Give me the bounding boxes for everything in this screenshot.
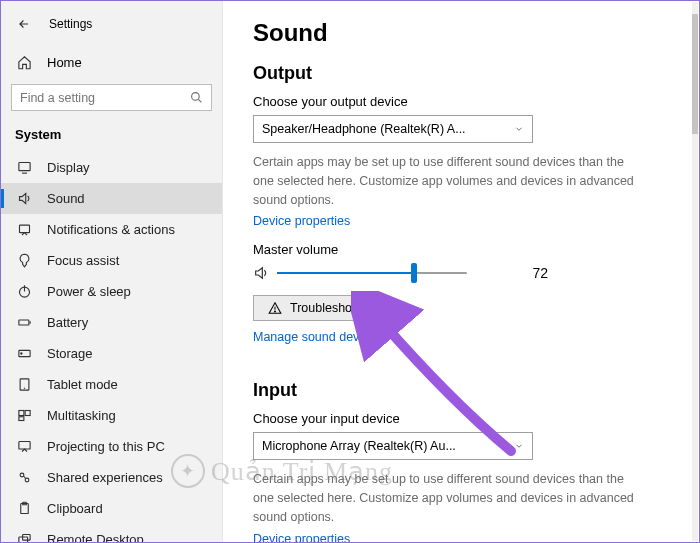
- sidebar-item-display[interactable]: Display: [1, 152, 222, 183]
- sidebar-item-label: Multitasking: [47, 408, 116, 423]
- input-device-value: Microphone Array (Realtek(R) Au...: [262, 439, 456, 453]
- clipboard-icon: [15, 501, 33, 516]
- power-icon: [15, 284, 33, 299]
- sidebar-item-label: Remote Desktop: [47, 532, 144, 542]
- battery-icon: [15, 315, 33, 330]
- warning-icon: [268, 301, 282, 315]
- page-title: Sound: [253, 19, 675, 47]
- svg-rect-16: [18, 442, 29, 450]
- master-volume-label: Master volume: [253, 242, 675, 257]
- storage-icon: [15, 346, 33, 361]
- back-button[interactable]: [11, 11, 37, 37]
- remote-desktop-icon: [15, 532, 33, 542]
- master-volume-row: 72: [253, 263, 558, 283]
- svg-rect-4: [19, 225, 29, 233]
- output-device-select[interactable]: Speaker/Headphone (Realtek(R) A...: [253, 115, 533, 143]
- sidebar: Settings Home System Display Sound: [1, 1, 223, 542]
- svg-rect-7: [18, 320, 28, 325]
- output-choose-label: Choose your output device: [253, 94, 675, 109]
- tablet-icon: [15, 377, 33, 392]
- back-arrow-icon: [17, 17, 31, 31]
- output-description: Certain apps may be set up to use differ…: [253, 153, 643, 209]
- multitasking-icon: [15, 408, 33, 423]
- sidebar-item-label: Projecting to this PC: [47, 439, 165, 454]
- sidebar-item-storage[interactable]: Storage: [1, 338, 222, 369]
- svg-point-10: [20, 353, 21, 354]
- speaker-icon: [253, 265, 269, 281]
- sidebar-item-label: Display: [47, 160, 90, 175]
- output-device-value: Speaker/Headphone (Realtek(R) A...: [262, 122, 466, 136]
- sidebar-item-sound[interactable]: Sound: [1, 183, 222, 214]
- sidebar-nav: Display Sound Notifications & actions Fo…: [1, 152, 222, 542]
- home-label: Home: [47, 55, 82, 70]
- input-device-select[interactable]: Microphone Array (Realtek(R) Au...: [253, 432, 533, 460]
- app-title: Settings: [49, 17, 92, 31]
- svg-rect-2: [18, 163, 29, 171]
- input-device-properties-link[interactable]: Device properties: [253, 532, 350, 543]
- search-box[interactable]: [11, 84, 212, 111]
- projecting-icon: [15, 439, 33, 454]
- sidebar-item-focus-assist[interactable]: Focus assist: [1, 245, 222, 276]
- svg-point-0: [192, 93, 200, 101]
- sidebar-item-remote-desktop[interactable]: Remote Desktop: [1, 524, 222, 542]
- sidebar-item-label: Tablet mode: [47, 377, 118, 392]
- sidebar-item-multitasking[interactable]: Multitasking: [1, 400, 222, 431]
- chevron-down-icon: [514, 124, 524, 134]
- svg-point-17: [20, 473, 24, 477]
- main-content: Sound Output Choose your output device S…: [223, 1, 699, 542]
- master-volume-slider[interactable]: [277, 263, 467, 283]
- sound-icon: [15, 191, 33, 206]
- input-choose-label: Choose your input device: [253, 411, 675, 426]
- search-icon: [190, 91, 203, 104]
- sidebar-item-label: Power & sleep: [47, 284, 131, 299]
- sidebar-header: Settings: [1, 7, 222, 47]
- master-volume-value: 72: [532, 265, 558, 281]
- svg-line-1: [198, 99, 201, 102]
- vertical-scrollbar[interactable]: [692, 2, 698, 541]
- sidebar-item-label: Shared experiences: [47, 470, 163, 485]
- troubleshoot-label: Troubleshoot: [290, 301, 363, 315]
- svg-point-24: [275, 311, 276, 312]
- home-icon: [15, 55, 33, 70]
- focus-assist-icon: [15, 253, 33, 268]
- sidebar-group-label: System: [1, 121, 222, 152]
- settings-app: Settings Home System Display Sound: [1, 1, 699, 542]
- svg-rect-13: [18, 411, 23, 416]
- notifications-icon: [15, 222, 33, 237]
- input-heading: Input: [253, 380, 675, 401]
- search-input[interactable]: [20, 91, 190, 105]
- svg-rect-15: [18, 417, 23, 421]
- input-description: Certain apps may be set up to use differ…: [253, 470, 643, 526]
- sidebar-item-tablet-mode[interactable]: Tablet mode: [1, 369, 222, 400]
- output-device-properties-link[interactable]: Device properties: [253, 214, 350, 228]
- chevron-down-icon: [514, 441, 524, 451]
- sidebar-item-notifications[interactable]: Notifications & actions: [1, 214, 222, 245]
- svg-rect-14: [25, 411, 30, 416]
- sidebar-item-label: Storage: [47, 346, 93, 361]
- sidebar-item-label: Clipboard: [47, 501, 103, 516]
- shared-icon: [15, 470, 33, 485]
- svg-rect-21: [18, 537, 27, 542]
- sidebar-item-clipboard[interactable]: Clipboard: [1, 493, 222, 524]
- sidebar-item-label: Sound: [47, 191, 85, 206]
- home-nav[interactable]: Home: [1, 47, 222, 78]
- sidebar-item-battery[interactable]: Battery: [1, 307, 222, 338]
- output-heading: Output: [253, 63, 675, 84]
- sidebar-item-projecting[interactable]: Projecting to this PC: [1, 431, 222, 462]
- sidebar-item-power-sleep[interactable]: Power & sleep: [1, 276, 222, 307]
- sidebar-item-label: Focus assist: [47, 253, 119, 268]
- display-icon: [15, 160, 33, 175]
- sidebar-item-shared-experiences[interactable]: Shared experiences: [1, 462, 222, 493]
- manage-sound-devices-link[interactable]: Manage sound devices: [253, 330, 382, 344]
- sidebar-item-label: Notifications & actions: [47, 222, 175, 237]
- sidebar-item-label: Battery: [47, 315, 88, 330]
- troubleshoot-button[interactable]: Troubleshoot: [253, 295, 378, 321]
